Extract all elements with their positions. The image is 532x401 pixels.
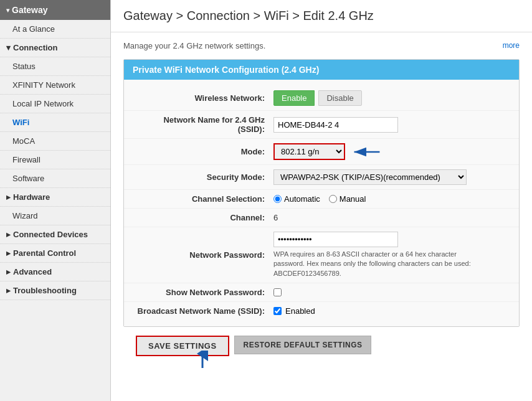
config-panel-header: Private WiFi Network Configuration (2.4 … <box>124 60 519 80</box>
hardware-arrow-icon <box>6 192 11 202</box>
mode-arrow-icon <box>351 146 382 158</box>
network-name-input[interactable] <box>273 117 398 133</box>
sidebar: ▾ Gateway At a Glance Connection Status … <box>0 0 111 401</box>
gateway-label: Gateway <box>12 5 48 15</box>
save-arrow-indicator <box>193 351 212 371</box>
show-password-row: Show Network Password: <box>124 283 519 302</box>
network-password-control: WPA requires an 8-63 ASCII character or … <box>273 232 506 278</box>
broadcast-enabled-text: Enabled <box>285 306 315 316</box>
mode-label: Mode: <box>136 147 273 156</box>
sidebar-section-hardware[interactable]: Hardware <box>0 188 110 207</box>
wireless-network-controls: Enable Disable <box>273 90 506 106</box>
channel-selection-label: Channel Selection: <box>136 194 273 204</box>
security-mode-row: Security Mode: WPAWPA2-PSK (TKIP/AES)(re… <box>124 165 519 190</box>
wireless-network-label: Wireless Network: <box>136 93 273 103</box>
sidebar-item-software[interactable]: Software <box>0 169 110 188</box>
security-mode-control: WPAWPA2-PSK (TKIP/AES)(recommended) WPA2… <box>273 169 506 185</box>
network-name-row: Network Name for 2.4 GHz (SSID): <box>124 111 519 139</box>
channel-manual-label[interactable]: Manual <box>329 194 366 204</box>
network-name-control <box>273 117 506 133</box>
connection-arrow-icon <box>6 43 11 52</box>
network-password-input[interactable] <box>273 232 398 247</box>
sidebar-section-advanced[interactable]: Advanced <box>0 263 110 281</box>
channel-control: 6 <box>273 213 506 222</box>
broadcast-checkbox[interactable] <box>273 307 282 315</box>
page-title: Gateway > Connection > WiFi > Edit 2.4 G… <box>111 0 532 32</box>
sidebar-item-firewall[interactable]: Firewall <box>0 151 110 169</box>
channel-automatic-label[interactable]: Automatic <box>273 194 320 204</box>
security-mode-label: Security Mode: <box>136 172 273 182</box>
advanced-arrow-icon <box>6 267 11 276</box>
channel-value: 6 <box>273 213 278 222</box>
content-area: Manage your 2.4 GHz network settings. mo… <box>111 32 532 401</box>
restore-default-button[interactable]: RESTORE DEFAULT SETTINGS <box>234 336 372 354</box>
disable-button[interactable]: Disable <box>318 90 361 106</box>
action-row: SAVE SETTINGS RESTORE DEFAULT SETTINGS <box>123 327 520 360</box>
more-link[interactable]: more <box>503 41 520 50</box>
mode-select[interactable]: 802.11 g/n 802.11 b/g/n 802.11 n only 80… <box>273 143 345 160</box>
main-content: Gateway > Connection > WiFi > Edit 2.4 G… <box>111 0 532 401</box>
connected-devices-arrow-icon <box>6 230 11 239</box>
sidebar-item-local-ip-network[interactable]: Local IP Network <box>0 95 110 113</box>
security-mode-select[interactable]: WPAWPA2-PSK (TKIP/AES)(recommended) WPA2… <box>273 169 467 185</box>
channel-label: Channel: <box>136 213 273 222</box>
channel-selection-row: Channel Selection: Automatic Manual <box>124 190 519 209</box>
sidebar-section-parental-control[interactable]: Parental Control <box>0 244 110 263</box>
broadcast-control: Enabled <box>273 306 506 316</box>
network-password-label: Network Password: <box>136 250 273 260</box>
show-password-control <box>273 288 506 296</box>
password-area: WPA requires an 8-63 ASCII character or … <box>273 232 485 278</box>
gateway-header[interactable]: ▾ Gateway <box>0 0 110 20</box>
config-panel: Private WiFi Network Configuration (2.4 … <box>123 59 520 327</box>
channel-automatic-radio[interactable] <box>273 195 282 203</box>
show-password-label: Show Network Password: <box>136 288 273 297</box>
mode-row: Mode: 802.11 g/n 802.11 b/g/n 802.11 n o… <box>124 139 519 165</box>
broadcast-row: Broadcast Network Name (SSID): Enabled <box>124 302 519 320</box>
save-settings-button[interactable]: SAVE SETTINGS <box>136 336 229 356</box>
mode-control: 802.11 g/n 802.11 b/g/n 802.11 n only 80… <box>273 143 506 160</box>
description-row: Manage your 2.4 GHz network settings. mo… <box>123 41 520 50</box>
channel-manual-radio[interactable] <box>329 195 337 203</box>
sidebar-section-connected-devices[interactable]: Connected Devices <box>0 225 110 244</box>
sidebar-item-moca[interactable]: MoCA <box>0 132 110 151</box>
sidebar-section-troubleshooting[interactable]: Troubleshooting <box>0 281 110 300</box>
password-hint: WPA requires an 8-63 ASCII character or … <box>273 250 485 278</box>
network-name-label: Network Name for 2.4 GHz (SSID): <box>136 115 273 134</box>
enable-button[interactable]: Enable <box>273 90 315 106</box>
description-text: Manage your 2.4 GHz network settings. <box>123 41 265 50</box>
gateway-arrow-icon: ▾ <box>6 7 9 14</box>
channel-selection-control: Automatic Manual <box>273 194 506 204</box>
sidebar-item-wizard[interactable]: Wizard <box>0 207 110 225</box>
save-arrow-icon <box>193 351 212 369</box>
troubleshooting-arrow-icon <box>6 286 11 295</box>
sidebar-section-connection[interactable]: Connection <box>0 39 110 57</box>
sidebar-item-xfinity-network[interactable]: XFINITY Network <box>0 76 110 95</box>
sidebar-item-at-a-glance[interactable]: At a Glance <box>0 20 110 39</box>
show-password-checkbox[interactable] <box>273 288 282 296</box>
config-panel-body: Wireless Network: Enable Disable Network… <box>124 80 519 326</box>
sidebar-item-wifi[interactable]: WiFi <box>0 113 110 132</box>
broadcast-label: Broadcast Network Name (SSID): <box>136 306 273 316</box>
parental-control-arrow-icon <box>6 248 11 258</box>
wireless-network-row: Wireless Network: Enable Disable <box>124 86 519 111</box>
sidebar-item-status[interactable]: Status <box>0 57 110 76</box>
channel-row: Channel: 6 <box>124 209 519 227</box>
network-password-row: Network Password: WPA requires an 8-63 A… <box>124 227 519 283</box>
